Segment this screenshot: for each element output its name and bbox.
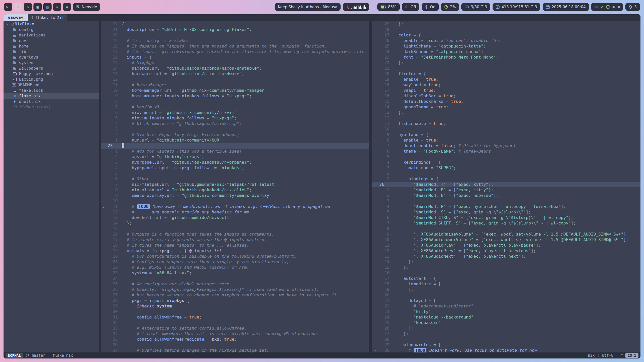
music-visualizer-module[interactable]: ♫	[343, 3, 369, 11]
neovide-icon: N	[76, 5, 79, 9]
code-line: 12	[101, 77, 369, 82]
sign-column	[372, 60, 379, 66]
code-line: 21	[372, 66, 640, 71]
tree-item-overlays[interactable]: overlays	[4, 55, 99, 60]
sign-column	[101, 215, 107, 220]
dnd-module[interactable]: ☾ Off	[402, 3, 420, 11]
pane-right-code[interactable]: 29 };2827 color = {26 enable = true; # Y…	[372, 21, 640, 352]
tree-item-README.md[interactable]: MREADME.md	[4, 82, 99, 88]
sign-column	[101, 154, 107, 160]
tree-item-env[interactable]: env	[4, 38, 99, 43]
bluetooth-module[interactable]: On	[422, 3, 438, 11]
workspace-dot[interactable]: ●	[63, 3, 71, 11]
tree-item-wallpapers[interactable]: wallpapers	[4, 66, 99, 71]
code-line: 29 inherit system;	[101, 303, 369, 309]
sign-column	[101, 226, 107, 232]
tree-item-flake.nix[interactable]: ❄flake.nix	[4, 93, 99, 99]
sign-column	[372, 149, 379, 154]
sign-column	[101, 60, 107, 66]
workspace-grid[interactable]: ▣	[33, 3, 42, 11]
line-number: 21	[379, 66, 389, 71]
sign-column	[372, 215, 379, 220]
tree-root[interactable]: ▾ ~/NixFlake	[4, 21, 99, 27]
code-line: ✓30 # TODO Doesn't work, use focus_on_ac…	[372, 348, 640, 352]
pane-divider[interactable]	[369, 21, 372, 352]
tree-item-Foggy-Lake.png[interactable]: Foggy-Lake.png	[4, 71, 99, 77]
file-tree[interactable]: ▾ ~/NixFlake configderivationsenvhomelib…	[4, 21, 99, 352]
line-number: 7	[379, 220, 389, 226]
status-dot-teal-icon[interactable]: ●	[612, 5, 615, 9]
workspace-refresh[interactable]: ↻	[24, 3, 32, 11]
tree-item-shell.nix[interactable]: ❄shell.nix	[4, 99, 99, 104]
code-text: # Nix User Repository (e.g. Firefox addo…	[122, 132, 239, 138]
code-text: # e.g. NixOS (linux) and MacOS (darwin) …	[122, 265, 249, 270]
code-line: 7 "$mainMod SHIFT, S" = ["exec, grim -g …	[372, 220, 640, 226]
sign-column	[101, 77, 107, 82]
cpu-module[interactable]: 2%	[441, 3, 459, 11]
workspace-neovim[interactable]: N	[14, 3, 22, 11]
code-line: 29 windowrules = [	[372, 342, 640, 348]
code-text: main-mod = "SUPER";	[393, 165, 456, 171]
hidden-items-note: (9 hidden items)	[4, 104, 99, 110]
tree-item-config[interactable]: config	[4, 27, 99, 32]
line-number: 29	[379, 21, 389, 27]
code-line: 22 # "kdeconnect-indicator"	[372, 303, 640, 309]
pane-left-code[interactable]: 22{21 description = "ChUrl's NixOS confi…	[101, 21, 369, 352]
battery-module[interactable]: 85%	[377, 3, 399, 11]
code-line: 23 system = "x86_64-linux";	[101, 270, 369, 276]
code-text: };	[122, 220, 132, 226]
code-text: theme = "Foggy-Lake"; # Three-Bears	[393, 149, 491, 154]
workspace-terminal[interactable]: >_	[4, 3, 12, 11]
workspace-mail[interactable]: ✉	[53, 3, 61, 11]
shield-icon[interactable]	[606, 5, 610, 9]
sign-column	[101, 303, 107, 309]
tree-item-lib[interactable]: lib	[4, 49, 99, 55]
git-branch-name: master	[32, 353, 45, 358]
line-number: 21	[107, 259, 118, 265]
active-app-module[interactable]: N Neovide	[73, 3, 100, 11]
line-number: 30	[107, 309, 118, 314]
updates-ok-icon[interactable]: ✓	[600, 5, 604, 9]
sign-column	[101, 149, 107, 154]
calendar-icon	[546, 5, 550, 9]
workspace-files[interactable]: ▤	[43, 3, 52, 11]
battery-icon	[381, 6, 386, 9]
tree-item-flake.lock[interactable]: flake.lock	[4, 88, 99, 93]
sign-column	[101, 32, 107, 38]
clock-module[interactable]: 2025-06-18 00:04	[543, 3, 589, 11]
line-number: 22	[379, 303, 389, 309]
code-line: 25 lightScheme = "catppuccin-latte";	[372, 43, 640, 49]
line-number: 15	[379, 265, 389, 270]
code-line: 4 # blink-cmp.url = "github:saghen/blink…	[101, 121, 369, 126]
nix-icon: ❄	[12, 93, 17, 99]
code-text: "$mainMod, T" = ["exec, kitty"];	[393, 182, 493, 187]
systray-module[interactable]: ✉ ✓ ● ●	[591, 3, 623, 11]
tree-item-NixVim.png[interactable]: NixVim.png	[4, 77, 99, 82]
sign-column	[372, 77, 379, 82]
memory-module[interactable]: 9/30 GiB	[461, 3, 490, 11]
line-number: 30	[379, 348, 389, 352]
music-title-module[interactable]: Keep Shelly In Athens - Medusa	[275, 3, 341, 11]
tree-item-home[interactable]: home	[4, 43, 99, 49]
code-text: hyprland = {	[393, 132, 428, 138]
code-line: 21 delayed = [	[372, 298, 640, 303]
line-number: 18	[107, 43, 118, 49]
code-line: 6 "$mainMod CTRL, S" = ["exec, grim -g \…	[372, 215, 640, 220]
tree-item-derivations[interactable]: derivations	[4, 32, 99, 38]
sign-column	[372, 314, 379, 320]
disk-module[interactable]: 413.19/915.81 GiB	[493, 3, 540, 11]
status-dot-mauve-icon[interactable]: ●	[618, 5, 620, 9]
sign-column	[101, 287, 107, 292]
line-number: 27	[379, 32, 389, 38]
sign-column	[101, 259, 107, 265]
tree-item-system[interactable]: system	[4, 60, 99, 66]
tab-flake-nix[interactable]: 1 flake.nix[2+]	[28, 14, 67, 21]
code-line: 21 description = "ChUrl's NixOS config u…	[101, 27, 369, 32]
code-line: 11 # Home Manager	[101, 82, 369, 88]
sign-column	[372, 303, 379, 309]
code-text: # We configure our global packages here.	[122, 281, 232, 287]
mail-icon[interactable]: ✉	[594, 5, 598, 9]
top-status-bar: >_N↻▣▤✉● N Neovide Keep Shelly In Athens…	[4, 2, 640, 12]
notifications-module[interactable]: 3	[625, 3, 640, 11]
code-line: 25 # We configure our global packages he…	[101, 281, 369, 287]
